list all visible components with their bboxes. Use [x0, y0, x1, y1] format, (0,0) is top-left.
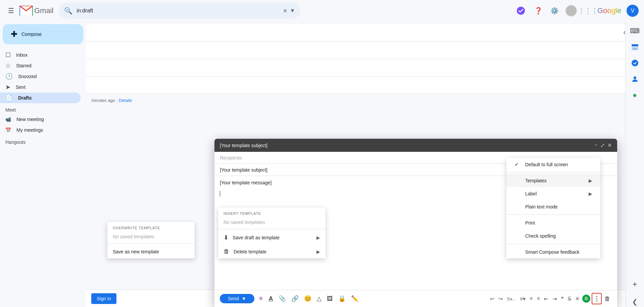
- send-button[interactable]: Send ▼: [220, 294, 254, 303]
- minimize-icon[interactable]: −: [595, 142, 598, 148]
- account-icon[interactable]: [564, 3, 579, 18]
- sidebar-item-starred[interactable]: ☆ Starred: [0, 60, 81, 71]
- sidebar-item-label: Sent: [16, 84, 26, 90]
- sign-in-button[interactable]: Sign in: [91, 293, 116, 304]
- trash-button[interactable]: 🗑: [603, 294, 612, 304]
- empty-check: ✓: [514, 249, 521, 255]
- collapse-sidebar-icon[interactable]: ❯: [632, 299, 638, 307]
- compose-button[interactable]: ✚ Compose: [3, 24, 83, 44]
- details-link[interactable]: Details: [119, 98, 132, 103]
- default-fullscreen-label: Default to full screen: [525, 162, 568, 167]
- apps-icon[interactable]: ⋮⋮⋮: [581, 4, 595, 17]
- smart-compose-label: Smart Compose feedback: [525, 249, 580, 255]
- tasks-icon-container[interactable]: [515, 5, 526, 16]
- link-icon[interactable]: 🔗: [290, 294, 300, 304]
- menu-divider: [107, 243, 195, 244]
- drive-icon[interactable]: △: [315, 294, 323, 304]
- undo-icon[interactable]: ↩: [489, 294, 496, 303]
- video-icon: 📹: [5, 117, 11, 122]
- overwrite-template-menu: OVERWRITE TEMPLATE No saved templates Sa…: [107, 222, 195, 258]
- send-label: Send: [228, 296, 239, 301]
- format-text-icon[interactable]: A: [267, 294, 275, 304]
- right-sidebar: ⌨ CAL ● + ❯: [625, 21, 644, 307]
- strikethrough-icon[interactable]: S̶: [566, 294, 573, 303]
- table-row[interactable]: 4/21/20: [86, 42, 644, 59]
- lock-icon[interactable]: 🔒: [337, 294, 347, 304]
- search-input[interactable]: [77, 8, 279, 14]
- align-icon[interactable]: ≡▾: [518, 294, 527, 303]
- svg-rect-6: [632, 44, 638, 46]
- email-list: 6:23 PM 4/21/20 4/21/20 4/20/20 minutes …: [86, 21, 644, 110]
- tasks-sidebar-icon[interactable]: [628, 56, 642, 70]
- label-item[interactable]: ✓ Label ▶: [506, 187, 600, 200]
- compose-header[interactable]: [Your template subject] − ⤢ ✕: [214, 139, 617, 152]
- print-item[interactable]: ✓ Print: [506, 216, 600, 229]
- numbered-list-icon[interactable]: ≡: [528, 294, 534, 303]
- fullscreen-icon[interactable]: ⤢: [600, 142, 605, 148]
- text-cursor: [220, 191, 220, 196]
- search-bar[interactable]: 🔍 ✕ ▼: [59, 3, 300, 19]
- indent-less-icon[interactable]: ⇤: [543, 294, 550, 303]
- ai-format-icon[interactable]: ✳: [257, 294, 265, 304]
- emoji-icon[interactable]: 😊: [303, 294, 313, 304]
- redo-icon[interactable]: ↪: [497, 294, 504, 303]
- table-row[interactable]: 6:23 PM: [86, 24, 644, 42]
- search-icon: 🔍: [64, 7, 72, 15]
- photo-icon[interactable]: 🖼: [326, 294, 334, 304]
- menu-divider: [506, 172, 600, 173]
- default-fullscreen-item[interactable]: ✓ Default to full screen: [506, 158, 600, 171]
- clear-search-icon[interactable]: ✕: [283, 8, 287, 14]
- send-dropdown-icon[interactable]: ▼: [242, 296, 246, 301]
- plain-text-item[interactable]: ✓ Plain text mode: [506, 200, 600, 213]
- save-new-template-item[interactable]: Save as new template: [107, 245, 195, 258]
- sidebar-item-new-meeting[interactable]: 📹 New meeting: [0, 114, 86, 125]
- svg-point-4: [517, 7, 525, 15]
- save-draft-template-item[interactable]: ⬇ Save draft as template ▶: [218, 231, 326, 245]
- calendar-sidebar-icon[interactable]: CAL: [628, 40, 642, 54]
- gmail-logo: Gmail: [19, 6, 53, 16]
- signature-icon[interactable]: ✏️: [350, 294, 360, 304]
- insert-template-menu: INSERT TEMPLATE No saved templates ⬇ Sav…: [218, 207, 326, 258]
- delete-template-item[interactable]: 🗑 Delete template ▶: [218, 245, 326, 258]
- calendar-icon: 📅: [5, 127, 11, 133]
- remove-format-icon[interactable]: ✕: [574, 294, 581, 303]
- sidebar-item-my-meetings[interactable]: 📅 My meetings: [0, 125, 86, 135]
- svg-point-9: [634, 76, 636, 79]
- avatar[interactable]: V: [627, 5, 639, 17]
- label-submenu-arrow: ▶: [589, 191, 592, 196]
- attach-icon[interactable]: 📎: [277, 294, 287, 304]
- settings-icon[interactable]: ⚙️: [548, 4, 561, 17]
- meet-sidebar-icon[interactable]: ●: [628, 88, 642, 102]
- keyboard-icon[interactable]: ⌨: [628, 24, 642, 38]
- contacts-sidebar-icon[interactable]: [628, 72, 642, 86]
- templates-label: Templates: [525, 178, 547, 183]
- hangouts-section-label: Hangouts: [0, 135, 86, 149]
- table-row[interactable]: 4/21/20: [86, 59, 644, 76]
- save-draft-template-label: Save draft as template: [233, 235, 280, 240]
- close-icon[interactable]: ✕: [607, 142, 612, 148]
- check-spelling-label: Check spelling: [525, 233, 556, 239]
- table-row[interactable]: 4/20/20: [86, 76, 644, 94]
- templates-item[interactable]: ✓ Templates ▶: [506, 174, 600, 187]
- svg-text:CAL: CAL: [632, 47, 638, 50]
- help-icon[interactable]: ❓: [532, 4, 545, 17]
- search-options-icon[interactable]: ▼: [290, 8, 295, 14]
- topbar: ☰ Gmail 🔍 ✕ ▼ ❓ ⚙️ ⋮⋮⋮: [0, 0, 644, 21]
- more-options-button[interactable]: ⋮: [592, 293, 602, 304]
- sidebar-item-drafts[interactable]: 📄 Drafts: [0, 93, 81, 103]
- quote-icon[interactable]: ❝: [559, 294, 565, 303]
- delete-template-label: Delete template: [234, 249, 266, 254]
- bullet-list-icon[interactable]: ≡: [536, 294, 541, 303]
- empty-check: ✓: [514, 177, 521, 184]
- sidebar-item-snoozed[interactable]: 🕐 Snoozed: [0, 71, 81, 82]
- smart-compose-item[interactable]: ✓ Smart Compose feedback: [506, 245, 600, 258]
- menu-divider: [506, 214, 600, 215]
- sidebar: ✚ Compose ☐ Inbox ☆ Starred 🕐 Snoozed ➤ …: [0, 21, 86, 307]
- hamburger-menu-icon[interactable]: ☰: [5, 4, 17, 17]
- sidebar-item-inbox[interactable]: ☐ Inbox: [0, 50, 81, 60]
- indent-more-icon[interactable]: ⇥: [551, 294, 558, 303]
- add-sidebar-icon[interactable]: +: [628, 278, 642, 291]
- sidebar-item-label: Inbox: [16, 52, 28, 58]
- sidebar-item-sent[interactable]: ➤ Sent: [0, 82, 81, 93]
- check-spelling-item[interactable]: ✓ Check spelling: [506, 229, 600, 242]
